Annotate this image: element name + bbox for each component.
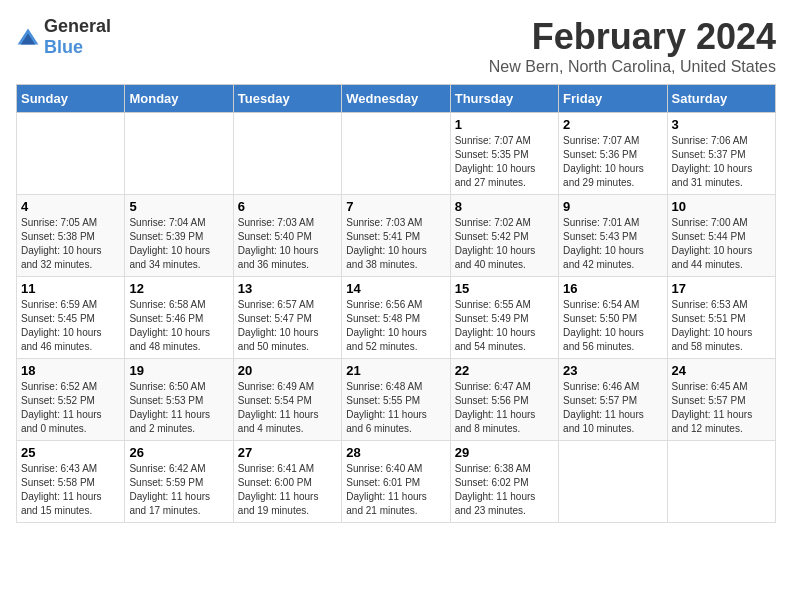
calendar-cell: 13Sunrise: 6:57 AMSunset: 5:47 PMDayligh…	[233, 277, 341, 359]
day-number: 24	[672, 363, 771, 378]
day-info: Sunrise: 7:06 AMSunset: 5:37 PMDaylight:…	[672, 134, 771, 190]
calendar-cell: 28Sunrise: 6:40 AMSunset: 6:01 PMDayligh…	[342, 441, 450, 523]
calendar-week-row: 11Sunrise: 6:59 AMSunset: 5:45 PMDayligh…	[17, 277, 776, 359]
logo-text-blue: Blue	[44, 37, 83, 57]
day-number: 10	[672, 199, 771, 214]
day-info: Sunrise: 6:50 AMSunset: 5:53 PMDaylight:…	[129, 380, 228, 436]
day-number: 21	[346, 363, 445, 378]
header-day-thursday: Thursday	[450, 85, 558, 113]
calendar-cell	[559, 441, 667, 523]
day-info: Sunrise: 7:03 AMSunset: 5:40 PMDaylight:…	[238, 216, 337, 272]
logo-icon	[16, 27, 40, 47]
calendar-cell	[667, 441, 775, 523]
day-number: 5	[129, 199, 228, 214]
calendar-cell: 21Sunrise: 6:48 AMSunset: 5:55 PMDayligh…	[342, 359, 450, 441]
day-info: Sunrise: 6:58 AMSunset: 5:46 PMDaylight:…	[129, 298, 228, 354]
day-info: Sunrise: 6:43 AMSunset: 5:58 PMDaylight:…	[21, 462, 120, 518]
day-number: 1	[455, 117, 554, 132]
day-info: Sunrise: 6:52 AMSunset: 5:52 PMDaylight:…	[21, 380, 120, 436]
header-day-friday: Friday	[559, 85, 667, 113]
day-info: Sunrise: 6:59 AMSunset: 5:45 PMDaylight:…	[21, 298, 120, 354]
day-info: Sunrise: 6:46 AMSunset: 5:57 PMDaylight:…	[563, 380, 662, 436]
calendar-cell: 23Sunrise: 6:46 AMSunset: 5:57 PMDayligh…	[559, 359, 667, 441]
day-info: Sunrise: 6:56 AMSunset: 5:48 PMDaylight:…	[346, 298, 445, 354]
header-day-tuesday: Tuesday	[233, 85, 341, 113]
day-info: Sunrise: 6:57 AMSunset: 5:47 PMDaylight:…	[238, 298, 337, 354]
calendar-cell: 6Sunrise: 7:03 AMSunset: 5:40 PMDaylight…	[233, 195, 341, 277]
day-info: Sunrise: 7:01 AMSunset: 5:43 PMDaylight:…	[563, 216, 662, 272]
calendar-cell: 7Sunrise: 7:03 AMSunset: 5:41 PMDaylight…	[342, 195, 450, 277]
logo-text-general: General	[44, 16, 111, 36]
day-info: Sunrise: 6:45 AMSunset: 5:57 PMDaylight:…	[672, 380, 771, 436]
day-number: 22	[455, 363, 554, 378]
calendar-cell: 11Sunrise: 6:59 AMSunset: 5:45 PMDayligh…	[17, 277, 125, 359]
calendar-cell: 10Sunrise: 7:00 AMSunset: 5:44 PMDayligh…	[667, 195, 775, 277]
day-info: Sunrise: 6:49 AMSunset: 5:54 PMDaylight:…	[238, 380, 337, 436]
day-number: 29	[455, 445, 554, 460]
day-info: Sunrise: 6:40 AMSunset: 6:01 PMDaylight:…	[346, 462, 445, 518]
header-day-wednesday: Wednesday	[342, 85, 450, 113]
day-number: 16	[563, 281, 662, 296]
calendar-week-row: 25Sunrise: 6:43 AMSunset: 5:58 PMDayligh…	[17, 441, 776, 523]
subtitle: New Bern, North Carolina, United States	[489, 58, 776, 76]
calendar-cell: 12Sunrise: 6:58 AMSunset: 5:46 PMDayligh…	[125, 277, 233, 359]
calendar-cell: 4Sunrise: 7:05 AMSunset: 5:38 PMDaylight…	[17, 195, 125, 277]
calendar-cell: 16Sunrise: 6:54 AMSunset: 5:50 PMDayligh…	[559, 277, 667, 359]
calendar-week-row: 1Sunrise: 7:07 AMSunset: 5:35 PMDaylight…	[17, 113, 776, 195]
calendar-cell: 26Sunrise: 6:42 AMSunset: 5:59 PMDayligh…	[125, 441, 233, 523]
day-info: Sunrise: 6:41 AMSunset: 6:00 PMDaylight:…	[238, 462, 337, 518]
calendar-cell: 29Sunrise: 6:38 AMSunset: 6:02 PMDayligh…	[450, 441, 558, 523]
calendar-cell: 24Sunrise: 6:45 AMSunset: 5:57 PMDayligh…	[667, 359, 775, 441]
day-info: Sunrise: 6:54 AMSunset: 5:50 PMDaylight:…	[563, 298, 662, 354]
calendar-cell: 25Sunrise: 6:43 AMSunset: 5:58 PMDayligh…	[17, 441, 125, 523]
calendar-cell: 14Sunrise: 6:56 AMSunset: 5:48 PMDayligh…	[342, 277, 450, 359]
day-number: 20	[238, 363, 337, 378]
header-day-saturday: Saturday	[667, 85, 775, 113]
day-number: 11	[21, 281, 120, 296]
day-number: 26	[129, 445, 228, 460]
header-area: General Blue February 2024 New Bern, Nor…	[16, 16, 776, 76]
day-info: Sunrise: 6:55 AMSunset: 5:49 PMDaylight:…	[455, 298, 554, 354]
day-number: 12	[129, 281, 228, 296]
calendar-cell: 3Sunrise: 7:06 AMSunset: 5:37 PMDaylight…	[667, 113, 775, 195]
calendar-cell: 22Sunrise: 6:47 AMSunset: 5:56 PMDayligh…	[450, 359, 558, 441]
day-number: 18	[21, 363, 120, 378]
day-number: 3	[672, 117, 771, 132]
calendar-cell	[125, 113, 233, 195]
day-number: 8	[455, 199, 554, 214]
day-info: Sunrise: 7:00 AMSunset: 5:44 PMDaylight:…	[672, 216, 771, 272]
day-info: Sunrise: 7:04 AMSunset: 5:39 PMDaylight:…	[129, 216, 228, 272]
calendar-cell: 27Sunrise: 6:41 AMSunset: 6:00 PMDayligh…	[233, 441, 341, 523]
calendar-cell: 8Sunrise: 7:02 AMSunset: 5:42 PMDaylight…	[450, 195, 558, 277]
day-info: Sunrise: 7:05 AMSunset: 5:38 PMDaylight:…	[21, 216, 120, 272]
calendar-cell: 17Sunrise: 6:53 AMSunset: 5:51 PMDayligh…	[667, 277, 775, 359]
day-info: Sunrise: 6:47 AMSunset: 5:56 PMDaylight:…	[455, 380, 554, 436]
calendar-week-row: 18Sunrise: 6:52 AMSunset: 5:52 PMDayligh…	[17, 359, 776, 441]
day-number: 4	[21, 199, 120, 214]
day-info: Sunrise: 7:07 AMSunset: 5:36 PMDaylight:…	[563, 134, 662, 190]
day-number: 28	[346, 445, 445, 460]
day-info: Sunrise: 7:03 AMSunset: 5:41 PMDaylight:…	[346, 216, 445, 272]
day-number: 13	[238, 281, 337, 296]
calendar-cell: 9Sunrise: 7:01 AMSunset: 5:43 PMDaylight…	[559, 195, 667, 277]
day-number: 2	[563, 117, 662, 132]
title-area: February 2024 New Bern, North Carolina, …	[489, 16, 776, 76]
day-info: Sunrise: 7:07 AMSunset: 5:35 PMDaylight:…	[455, 134, 554, 190]
calendar-header-row: SundayMondayTuesdayWednesdayThursdayFrid…	[17, 85, 776, 113]
header-day-monday: Monday	[125, 85, 233, 113]
day-number: 7	[346, 199, 445, 214]
calendar-cell	[233, 113, 341, 195]
header-day-sunday: Sunday	[17, 85, 125, 113]
day-number: 14	[346, 281, 445, 296]
main-title: February 2024	[489, 16, 776, 58]
calendar-cell: 15Sunrise: 6:55 AMSunset: 5:49 PMDayligh…	[450, 277, 558, 359]
day-number: 27	[238, 445, 337, 460]
day-info: Sunrise: 6:42 AMSunset: 5:59 PMDaylight:…	[129, 462, 228, 518]
calendar-cell: 1Sunrise: 7:07 AMSunset: 5:35 PMDaylight…	[450, 113, 558, 195]
day-number: 23	[563, 363, 662, 378]
day-number: 25	[21, 445, 120, 460]
day-number: 9	[563, 199, 662, 214]
day-info: Sunrise: 7:02 AMSunset: 5:42 PMDaylight:…	[455, 216, 554, 272]
calendar-cell	[342, 113, 450, 195]
day-info: Sunrise: 6:38 AMSunset: 6:02 PMDaylight:…	[455, 462, 554, 518]
